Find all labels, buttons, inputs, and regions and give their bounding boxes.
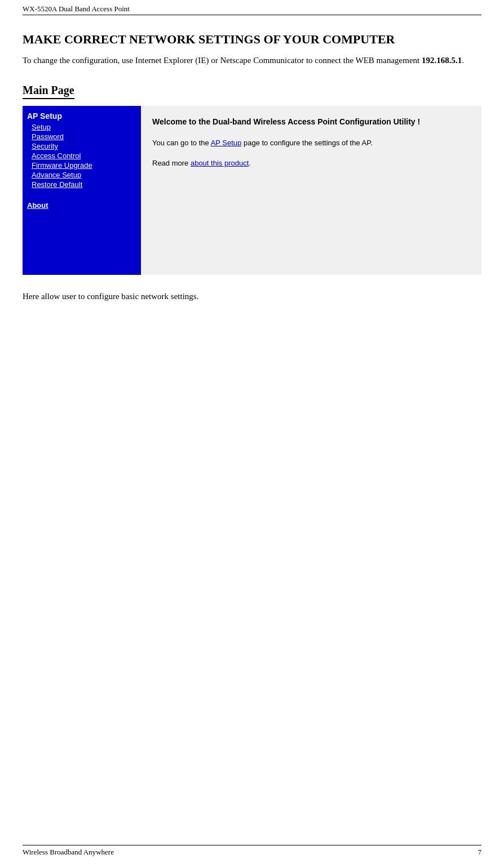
ip-address: 192.168.5.1 <box>422 56 462 65</box>
sidebar-header: AP Setup <box>27 112 136 121</box>
intro-text-2: . <box>462 56 464 65</box>
welcome-title: Welcome to the Dual-band Wireless Access… <box>152 117 470 126</box>
period: . <box>249 159 251 167</box>
header-title: WX-5520A Dual Band Access Point <box>23 5 130 13</box>
sidebar-link-advance-setup[interactable]: Advance Setup <box>32 171 136 179</box>
sidebar-link-security[interactable]: Security <box>32 142 136 150</box>
about-this-product-link[interactable]: about this product <box>191 159 249 167</box>
sidebar-link-access-control[interactable]: Access Control <box>32 152 136 160</box>
config-text-2: page to configure the settings of the AP… <box>241 139 372 147</box>
ap-setup-link[interactable]: AP Setup <box>211 139 242 147</box>
main-heading: MAKE CORRECT NETWORK SETTINGS OF YOUR CO… <box>23 32 481 47</box>
screenshot-container: AP Setup Setup Password Security Access … <box>23 106 481 275</box>
description-text: Here allow user to configure basic netwo… <box>23 292 481 301</box>
sidebar-link-password[interactable]: Password <box>32 132 136 141</box>
sidebar: AP Setup Setup Password Security Access … <box>23 106 141 275</box>
sidebar-link-restore-default[interactable]: Restore Default <box>32 180 136 189</box>
config-text: You can go to the AP Setup page to confi… <box>152 137 470 149</box>
config-text-1: You can go to the <box>152 139 211 147</box>
footer-left: Wireless Broadband Anywhere <box>23 848 114 857</box>
sidebar-link-about[interactable]: About <box>27 201 136 210</box>
read-more-prefix: Read more <box>152 159 191 167</box>
footer-page-number: 7 <box>478 848 482 857</box>
read-more-text: Read more about this product. <box>152 158 470 169</box>
content-panel: Welcome to the Dual-band Wireless Access… <box>141 106 481 275</box>
sidebar-link-firmware-upgrade[interactable]: Firmware Upgrade <box>32 161 136 170</box>
intro-text-1: To change the configuration, use Interne… <box>23 56 422 65</box>
page-header: WX-5520A Dual Band Access Point <box>23 5 481 15</box>
main-page-heading: Main Page <box>23 84 481 106</box>
footer: Wireless Broadband Anywhere 7 <box>23 845 481 857</box>
sidebar-link-setup[interactable]: Setup <box>32 123 136 131</box>
intro-paragraph: To change the configuration, use Interne… <box>23 54 481 67</box>
main-page-section: Main Page AP Setup Setup Password Securi… <box>23 84 481 275</box>
